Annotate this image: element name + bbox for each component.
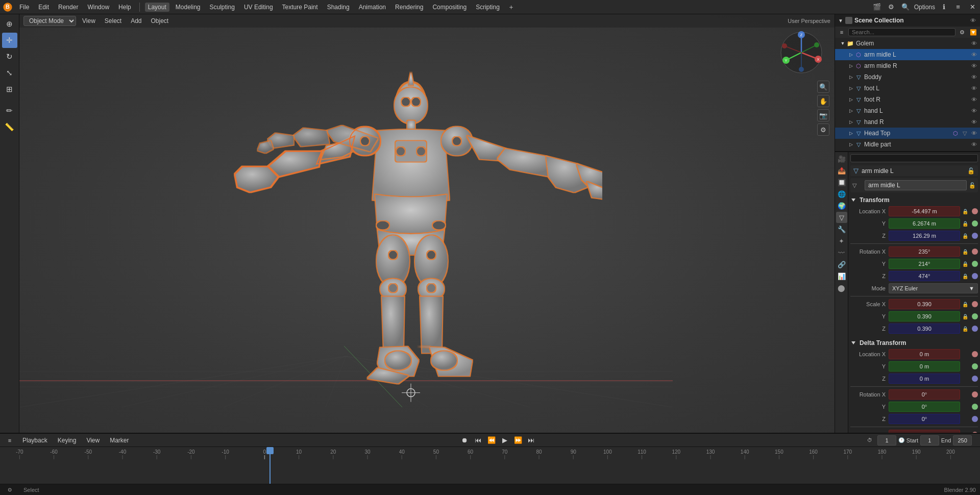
visibility-icon[interactable]: 👁 — [969, 16, 977, 24]
outliner-filter2-icon[interactable]: 🔽 — [969, 28, 978, 37]
props-mesh-name-input[interactable] — [865, 180, 967, 190]
workspace-layout[interactable]: Layout — [145, 3, 169, 12]
location-z-field[interactable]: 126.29 m — [889, 231, 960, 241]
rotate-tool[interactable]: ↻ — [2, 49, 17, 64]
marker-menu[interactable]: Marker — [107, 436, 132, 445]
camera-icon[interactable]: 📷 — [817, 109, 829, 121]
scale-z-lock[interactable]: 🔒 — [960, 326, 970, 332]
location-x-lock[interactable]: 🔒 — [960, 209, 970, 214]
annotate-tool[interactable]: ✏ — [2, 103, 17, 118]
transform-header[interactable]: Transform — [850, 194, 978, 206]
scale-z-field[interactable]: 0.390 — [889, 324, 960, 334]
scale-tool[interactable]: ⤡ — [2, 65, 17, 81]
location-z-lock[interactable]: 🔒 — [960, 233, 970, 239]
search-icon[interactable]: 🔍 — [900, 2, 911, 13]
props-tab-particles[interactable]: ✦ — [836, 235, 847, 246]
location-x-field[interactable]: -54.497 m — [889, 206, 960, 216]
move-tool[interactable]: ✛ — [2, 33, 17, 48]
workspace-shading[interactable]: Shading — [324, 3, 353, 12]
foot-r-vis-icon[interactable]: 👁 — [970, 95, 978, 104]
viewport[interactable]: Object Mode View Select Add Object User … — [19, 14, 835, 433]
boddy-vis-icon[interactable]: 👁 — [970, 73, 978, 81]
outliner-sholder-l[interactable]: ▷ ▽ Sholder L ⬡ 👁 — [835, 150, 980, 151]
workspace-texture[interactable]: Texture Paint — [279, 3, 321, 12]
outliner-head-top[interactable]: ▷ ▽ Head Top ⬡ ▽ 👁 — [835, 128, 980, 139]
close-icon[interactable]: ✕ — [967, 2, 978, 13]
help-menu[interactable]: Help — [115, 3, 134, 12]
viewport-gizmo[interactable]: Z X Y — [778, 30, 824, 77]
object-mode-select[interactable]: Object Mode — [23, 16, 76, 26]
scale-y-lock[interactable]: 🔒 — [960, 314, 970, 319]
rotation-z-field[interactable]: 474° — [889, 271, 960, 281]
workspace-scripting[interactable]: Scripting — [473, 3, 503, 12]
window-menu[interactable]: Window — [84, 3, 112, 12]
outliner-settings-icon[interactable]: ⚙ — [958, 28, 967, 37]
outliner-foot-r[interactable]: ▷ ▽ foot R 👁 — [835, 94, 980, 105]
outliner-hand-r[interactable]: ▷ ▽ hand R 👁 — [835, 116, 980, 128]
props-mesh-link-icon[interactable]: 🔓 — [969, 182, 976, 189]
props-tab-object[interactable]: ▽ — [836, 212, 847, 223]
keying-menu[interactable]: Keying — [55, 436, 80, 445]
scale-y-field[interactable]: 0.390 — [889, 311, 960, 321]
end-frame-field[interactable]: 250 — [953, 435, 972, 445]
cursor-tool[interactable]: ⊕ — [2, 16, 17, 32]
golem-vis-icon[interactable]: 👁 — [970, 39, 978, 47]
timeline-collapse-icon[interactable]: ≡ — [4, 435, 15, 446]
rotation-z-lock[interactable]: 🔒 — [960, 274, 970, 279]
start-frame-field[interactable]: 1 — [920, 435, 939, 445]
props-tab-output[interactable]: 📤 — [836, 165, 847, 176]
view-menu[interactable]: View — [79, 16, 99, 26]
outliner-boddy[interactable]: ▷ ▽ Boddy 👁 — [835, 71, 980, 83]
rotation-x-field[interactable]: 235° — [889, 246, 960, 257]
delta-loc-y-field[interactable]: 0 m — [889, 361, 960, 372]
timeline-track[interactable]: -70 -60 -50 -40 -30 -20 -10 0 10 20 30 4… — [0, 447, 980, 484]
scale-x-field[interactable]: 0.390 — [889, 299, 960, 309]
render-menu[interactable]: Render — [55, 3, 81, 12]
props-search-input[interactable] — [850, 154, 978, 162]
view-menu-tl[interactable]: View — [83, 436, 103, 445]
step-fwd-btn[interactable]: ⏩ — [512, 435, 524, 446]
foot-l-vis-icon[interactable]: 👁 — [970, 84, 978, 92]
workspace-compositing[interactable]: Compositing — [429, 3, 470, 12]
delta-rot-y-field[interactable]: 0° — [889, 402, 960, 412]
transform-tool[interactable]: ⊞ — [2, 82, 17, 97]
outliner-midle-part[interactable]: ▷ ▽ Midle part 👁 — [835, 139, 980, 150]
pan-icon[interactable]: ✋ — [817, 95, 829, 107]
outliner-search[interactable] — [848, 28, 955, 36]
playback-menu[interactable]: Playback — [19, 436, 51, 445]
hand-r-vis-icon[interactable]: 👁 — [970, 118, 978, 126]
props-tab-physics[interactable]: 〰 — [836, 247, 847, 258]
render-icon[interactable]: ⚙ — [817, 123, 829, 136]
rotation-y-field[interactable]: 214° — [889, 259, 960, 269]
props-tab-modifier[interactable]: 🔧 — [836, 224, 847, 235]
outliner-filter-icon[interactable]: ≡ — [837, 28, 846, 37]
scene-icon[interactable]: 🎬 — [871, 2, 883, 13]
blender-logo[interactable]: B — [2, 2, 13, 13]
timeline-playhead[interactable] — [270, 447, 271, 484]
add-workspace-icon[interactable]: ＋ — [506, 2, 517, 13]
delta-loc-x-field[interactable]: 0 m — [889, 349, 960, 359]
outliner-hand-l[interactable]: ▷ ▽ hand L 👁 — [835, 105, 980, 116]
props-tab-view-layer[interactable]: 🔲 — [836, 177, 847, 188]
add-menu[interactable]: Add — [128, 16, 144, 26]
midle-part-vis-icon[interactable]: 👁 — [970, 140, 978, 148]
skip-to-start-btn[interactable]: ⏮ — [473, 435, 484, 446]
props-tab-render[interactable]: 🎥 — [836, 153, 847, 164]
props-tab-scene[interactable]: 🌐 — [836, 188, 847, 200]
rotation-x-lock[interactable]: 🔒 — [960, 249, 970, 255]
location-y-lock[interactable]: 🔒 — [960, 221, 970, 227]
arm-l-vis-icon[interactable]: 👁 — [970, 51, 978, 59]
play-btn[interactable]: ▶ — [499, 435, 510, 446]
outliner-golem-collection[interactable]: ▼ 📁 Golem 👁 — [835, 38, 980, 49]
render-engine-icon[interactable]: ⚙ — [886, 2, 897, 13]
workspace-uv[interactable]: UV Editing — [241, 3, 276, 12]
rotation-y-lock[interactable]: 🔒 — [960, 261, 970, 267]
select-menu[interactable]: Select — [102, 16, 125, 26]
skip-to-end-btn[interactable]: ⏭ — [526, 435, 537, 446]
collection-checkbox[interactable] — [845, 17, 852, 24]
hand-l-vis-icon[interactable]: 👁 — [970, 107, 978, 115]
workspace-modeling[interactable]: Modeling — [173, 3, 204, 12]
outliner-foot-l[interactable]: ▷ ▽ foot L 👁 — [835, 83, 980, 94]
outliner-arm-midle-r[interactable]: ▷ ⬡ arm midle R 👁 — [835, 60, 980, 71]
props-tab-constraints[interactable]: 🔗 — [836, 259, 847, 270]
